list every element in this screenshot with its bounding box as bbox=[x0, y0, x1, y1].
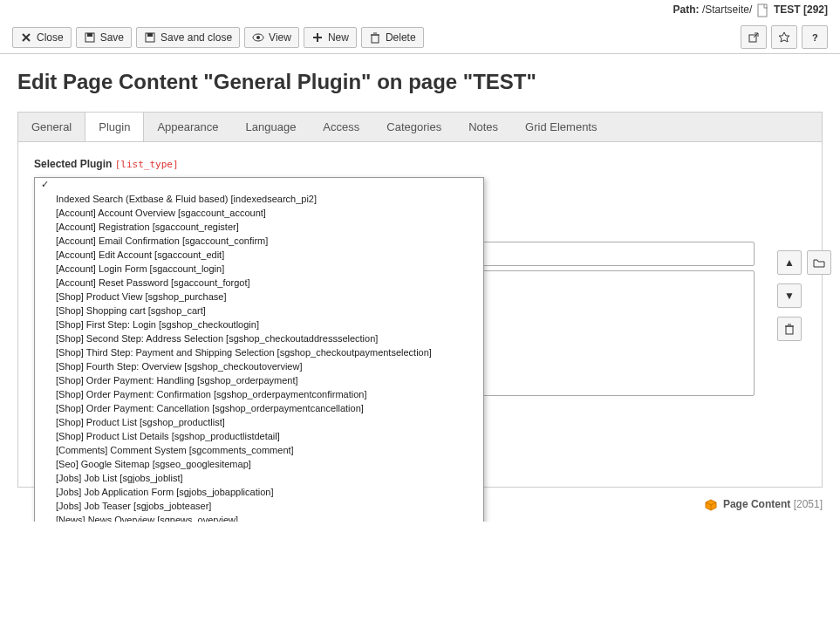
plugin-option[interactable]: [News] News Overview [sgnews_overview] bbox=[35, 513, 483, 522]
save-close-icon bbox=[144, 31, 156, 44]
save-label: Save bbox=[100, 31, 124, 44]
tab-content: Selected Plugin [list_type] Indexed Sear… bbox=[17, 142, 823, 488]
plugin-option[interactable]: [Comments] Comment System [sgcomments_co… bbox=[35, 443, 483, 457]
bookmark-button[interactable] bbox=[771, 25, 797, 49]
tab-language[interactable]: Language bbox=[233, 113, 311, 141]
plugin-option[interactable]: [Jobs] Job Teaser [sgjobs_jobteaser] bbox=[35, 499, 483, 513]
plugin-dropdown[interactable]: Indexed Search (Extbase & Fluid based) [… bbox=[34, 177, 484, 522]
plugin-option[interactable]: [Shop] Fourth Step: Overview [sgshop_che… bbox=[35, 359, 483, 373]
field-label-text: Selected Plugin bbox=[34, 158, 112, 170]
plugin-option[interactable]: [Shop] Order Payment: Cancellation [sgsh… bbox=[35, 401, 483, 415]
svg-rect-10 bbox=[786, 326, 793, 334]
new-label: New bbox=[328, 31, 349, 44]
remove-button[interactable] bbox=[777, 317, 802, 341]
plugin-option[interactable]: [Seo] Google Sitemap [sgseo_googlesitema… bbox=[35, 457, 483, 471]
svg-rect-7 bbox=[372, 35, 379, 43]
folder-icon bbox=[813, 256, 825, 269]
page-icon bbox=[757, 3, 769, 17]
move-up-button[interactable]: ▲ bbox=[777, 250, 802, 275]
plugin-option[interactable]: [Account] Registration [sgaccount_regist… bbox=[35, 220, 483, 234]
close-label: Close bbox=[37, 31, 64, 44]
caret-down-icon: ▼ bbox=[784, 290, 795, 302]
footer-id: [2051] bbox=[794, 498, 823, 510]
delete-label: Delete bbox=[386, 31, 416, 44]
svg-rect-2 bbox=[87, 33, 92, 37]
plugin-option[interactable]: [Shop] Product View [sgshop_purchase] bbox=[35, 290, 483, 304]
trash-icon bbox=[783, 323, 796, 335]
eye-icon bbox=[252, 31, 264, 44]
delete-button[interactable]: Delete bbox=[361, 27, 424, 48]
view-label: View bbox=[269, 31, 291, 44]
close-icon bbox=[20, 31, 32, 44]
new-button[interactable]: New bbox=[304, 27, 357, 48]
selected-plugin-label: Selected Plugin [list_type] bbox=[34, 158, 806, 170]
move-down-button[interactable]: ▼ bbox=[777, 283, 802, 308]
plugin-option[interactable]: [Shop] Second Step: Address Selection [s… bbox=[35, 331, 483, 345]
plugin-option[interactable]: [Jobs] Job Application Form [sgjobs_joba… bbox=[35, 485, 483, 499]
plugin-option[interactable]: [Shop] Product List Details [sgshop_prod… bbox=[35, 429, 483, 443]
toolbar: Close Save Save and close View New Delet… bbox=[0, 21, 840, 54]
plugin-option[interactable]: [Account] Reset Password [sgaccount_forg… bbox=[35, 276, 483, 290]
plus-icon bbox=[311, 31, 324, 44]
plugin-option[interactable]: [Account] Edit Account [sgaccount_edit] bbox=[35, 248, 483, 262]
content-icon bbox=[705, 499, 717, 511]
svg-point-6 bbox=[256, 36, 260, 39]
browse-button[interactable] bbox=[807, 250, 831, 275]
save-icon bbox=[84, 31, 96, 44]
plugin-option[interactable]: [Account] Email Confirmation [sgaccount_… bbox=[35, 234, 483, 248]
svg-text:?: ? bbox=[812, 32, 818, 43]
tab-categories[interactable]: Categories bbox=[373, 113, 455, 141]
plugin-option[interactable]: [Account] Login Form [sgaccount_login] bbox=[35, 262, 483, 276]
footer-label: Page Content bbox=[723, 498, 790, 510]
svg-rect-0 bbox=[758, 4, 767, 17]
save-close-button[interactable]: Save and close bbox=[136, 27, 240, 48]
save-close-label: Save and close bbox=[160, 31, 232, 44]
path-page-title[interactable]: TEST bbox=[774, 3, 801, 16]
close-button[interactable]: Close bbox=[12, 27, 72, 48]
tab-grid-elements[interactable]: Grid Elements bbox=[512, 113, 611, 141]
field-code: [list_type] bbox=[115, 159, 179, 170]
plugin-option[interactable] bbox=[35, 178, 483, 192]
plugin-option[interactable]: [Shop] First Step: Login [sgshop_checkou… bbox=[35, 317, 483, 331]
path-bar: Path: /Startseite/ TEST [292] bbox=[0, 0, 840, 21]
tab-appearance[interactable]: Appearance bbox=[144, 113, 232, 141]
tabs: GeneralPluginAppearanceLanguageAccessCat… bbox=[17, 112, 823, 142]
plugin-option[interactable]: Indexed Search (Extbase & Fluid based) [… bbox=[35, 192, 483, 206]
caret-up-icon: ▲ bbox=[784, 256, 795, 269]
plugin-option[interactable]: [Account] Account Overview [sgaccount_ac… bbox=[35, 206, 483, 220]
question-icon: ? bbox=[809, 31, 821, 44]
tab-plugin[interactable]: Plugin bbox=[85, 113, 144, 141]
save-button[interactable]: Save bbox=[76, 27, 132, 48]
plugin-option[interactable]: [Shop] Order Payment: Confirmation [sgsh… bbox=[35, 387, 483, 401]
tab-access[interactable]: Access bbox=[310, 113, 373, 141]
path-root[interactable]: /Startseite/ bbox=[702, 3, 752, 16]
svg-rect-4 bbox=[147, 33, 153, 37]
share-button[interactable] bbox=[741, 25, 767, 49]
plugin-option[interactable]: [Shop] Third Step: Payment and Shipping … bbox=[35, 345, 483, 359]
tab-general[interactable]: General bbox=[18, 113, 85, 141]
path-label: Path: bbox=[673, 3, 700, 16]
trash-icon bbox=[369, 31, 381, 44]
view-button[interactable]: View bbox=[244, 27, 299, 48]
external-icon bbox=[748, 31, 760, 44]
path-page-id: [292] bbox=[803, 3, 828, 16]
tab-notes[interactable]: Notes bbox=[455, 113, 512, 141]
plugin-option[interactable]: [Jobs] Job List [sgjobs_joblist] bbox=[35, 471, 483, 485]
plugin-option[interactable]: [Shop] Order Payment: Handling [sgshop_o… bbox=[35, 373, 483, 387]
plugin-option[interactable]: [Shop] Product List [sgshop_productlist] bbox=[35, 415, 483, 429]
star-icon bbox=[778, 31, 790, 44]
plugin-option[interactable]: [Shop] Shopping cart [sgshop_cart] bbox=[35, 304, 483, 317]
help-button[interactable]: ? bbox=[802, 25, 828, 49]
page-title: Edit Page Content "General Plugin" on pa… bbox=[0, 54, 840, 112]
